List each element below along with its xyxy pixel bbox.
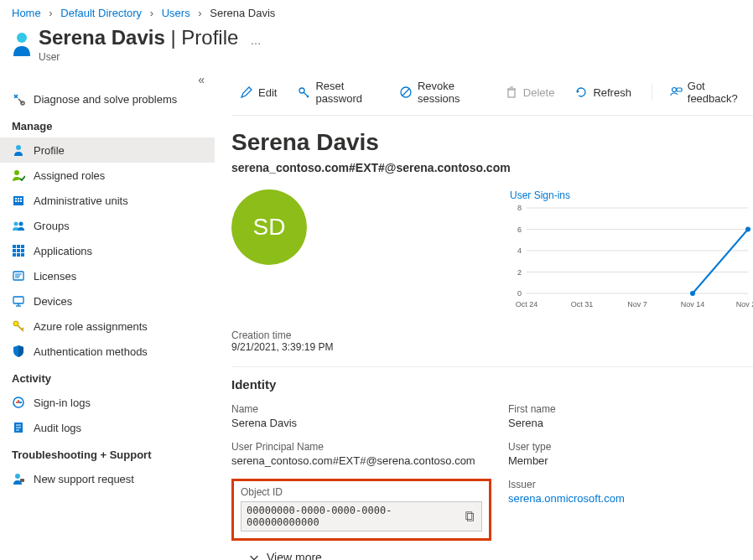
svg-rect-10 (20, 200, 22, 202)
creation-time: Creation time 9/21/2021, 3:39:19 PM (231, 329, 753, 353)
page-subtitle: User (39, 51, 238, 63)
svg-text:Nov 14: Nov 14 (681, 300, 705, 309)
field-value: Serena (508, 417, 753, 429)
toolbar-label: Edit (258, 86, 277, 99)
revoke-sessions-button[interactable]: Revoke sessions (391, 76, 493, 108)
object-id-value: 00000000-0000-0000-0000-000000000000 (247, 505, 465, 528)
field-label: Object ID (241, 486, 482, 498)
field-name: Name Serena Davis (231, 403, 491, 429)
svg-point-66 (690, 291, 695, 296)
svg-text:Oct 24: Oct 24 (516, 300, 538, 309)
svg-rect-39 (20, 479, 24, 482)
delete-button: Delete (496, 82, 563, 102)
chart-title[interactable]: User Sign-ins (510, 189, 753, 201)
profile-display-name: Serena Davis (231, 129, 753, 156)
sidebar-item-label: Devices (34, 295, 72, 308)
toolbar-label: Delete (523, 86, 555, 99)
svg-text:8: 8 (517, 204, 522, 212)
svg-rect-16 (13, 249, 16, 252)
object-id-row: 00000000-0000-0000-0000-000000000000 (241, 501, 482, 531)
sidebar-item-label: Groups (34, 220, 70, 232)
svg-rect-5 (15, 198, 17, 200)
key-icon (12, 319, 25, 333)
people-icon (12, 219, 25, 232)
key-reset-icon (297, 86, 310, 99)
signin-log-icon (12, 396, 25, 409)
svg-rect-50 (677, 88, 682, 91)
sidebar-item-auth-methods[interactable]: Authentication methods (0, 339, 215, 364)
svg-rect-17 (17, 249, 20, 252)
feedback-button[interactable]: Got feedback? (661, 76, 753, 108)
sidebar-item-audit-logs[interactable]: Audit logs (0, 415, 215, 440)
svg-text:4: 4 (517, 246, 522, 255)
svg-rect-26 (13, 297, 23, 303)
sidebar-heading-manage: Manage (0, 111, 215, 137)
sidebar-item-assigned-roles[interactable]: Assigned roles (0, 163, 215, 188)
svg-rect-14 (17, 245, 20, 248)
issuer-link[interactable]: serena.onmicrosoft.com (508, 492, 625, 505)
title-section: Profile (181, 26, 238, 49)
sidebar-item-label: Administrative units (34, 194, 128, 207)
edit-button[interactable]: Edit (231, 82, 285, 102)
breadcrumb-users[interactable]: Users (162, 7, 190, 19)
field-value: Serena Davis (231, 417, 491, 429)
sidebar-item-label: New support request (34, 473, 134, 485)
toolbar-label: Refresh (593, 86, 631, 99)
chevron-right-icon: › (198, 7, 201, 19)
svg-point-0 (17, 33, 27, 43)
copy-icon[interactable] (465, 511, 476, 522)
revoke-icon (399, 86, 413, 99)
sidebar-item-licenses[interactable]: Licenses (0, 263, 215, 288)
breadcrumb-directory[interactable]: Default Directory (60, 7, 142, 19)
sidebar-item-devices[interactable]: Devices (0, 288, 215, 314)
collapse-sidebar-button[interactable]: « (0, 73, 215, 86)
sidebar-item-diagnose[interactable]: Diagnose and solve problems (0, 86, 215, 111)
field-label: Issuer (508, 479, 753, 490)
chevron-right-icon: › (49, 7, 52, 19)
svg-point-3 (14, 170, 19, 175)
svg-text:Oct 31: Oct 31 (571, 300, 594, 309)
sidebar-heading-activity: Activity (0, 364, 215, 390)
content-area: Edit Reset password Revoke sessions Dele… (215, 71, 753, 560)
toolbar: Edit Reset password Revoke sessions Dele… (231, 71, 753, 116)
field-value: serena_contoso.com#EXT#@serena.contoso.c… (231, 454, 491, 467)
shield-icon (12, 345, 25, 358)
sidebar-item-admin-units[interactable]: Administrative units (0, 188, 215, 213)
field-label: User type (508, 441, 753, 453)
svg-rect-21 (21, 253, 24, 257)
refresh-button[interactable]: Refresh (566, 82, 640, 102)
sidebar-heading-trouble: Troubleshooting + Support (0, 440, 215, 466)
sidebar-item-profile[interactable]: Profile (0, 137, 215, 163)
field-issuer: Issuer serena.onmicrosoft.com (508, 479, 753, 541)
breadcrumb-home[interactable]: Home (12, 7, 41, 19)
svg-rect-13 (13, 245, 16, 248)
svg-point-38 (15, 474, 20, 479)
svg-rect-7 (20, 198, 22, 200)
svg-rect-19 (13, 253, 16, 257)
sidebar-item-groups[interactable]: Groups (0, 213, 215, 238)
grid-icon (12, 244, 25, 257)
creation-value: 9/21/2021, 3:39:19 PM (231, 341, 753, 353)
field-label: User Principal Name (231, 441, 491, 453)
sidebar-item-label: Profile (34, 144, 65, 157)
field-label: Name (231, 403, 491, 415)
trash-icon (505, 86, 518, 99)
more-button[interactable]: … (250, 34, 262, 47)
svg-point-2 (16, 145, 21, 150)
svg-point-12 (19, 222, 23, 226)
user-icon (12, 31, 32, 58)
field-label: First name (508, 403, 753, 415)
sidebar-item-label: Licenses (34, 270, 76, 283)
sidebar-item-signin-logs[interactable]: Sign-in logs (0, 390, 215, 415)
page-title: Serena Davis | Profile (39, 26, 238, 49)
support-icon (12, 472, 25, 485)
sidebar-item-applications[interactable]: Applications (0, 238, 215, 263)
view-more-button[interactable]: View more (248, 551, 753, 560)
sidebar-item-support[interactable]: New support request (0, 466, 215, 491)
sidebar-item-azure-roles[interactable]: Azure role assignments (0, 314, 215, 339)
sidebar-item-label: Assigned roles (34, 169, 105, 182)
reset-password-button[interactable]: Reset password (288, 76, 387, 108)
user-check-icon (12, 169, 25, 182)
sidebar-item-label: Sign-in logs (34, 397, 91, 409)
svg-text:6: 6 (517, 226, 522, 234)
